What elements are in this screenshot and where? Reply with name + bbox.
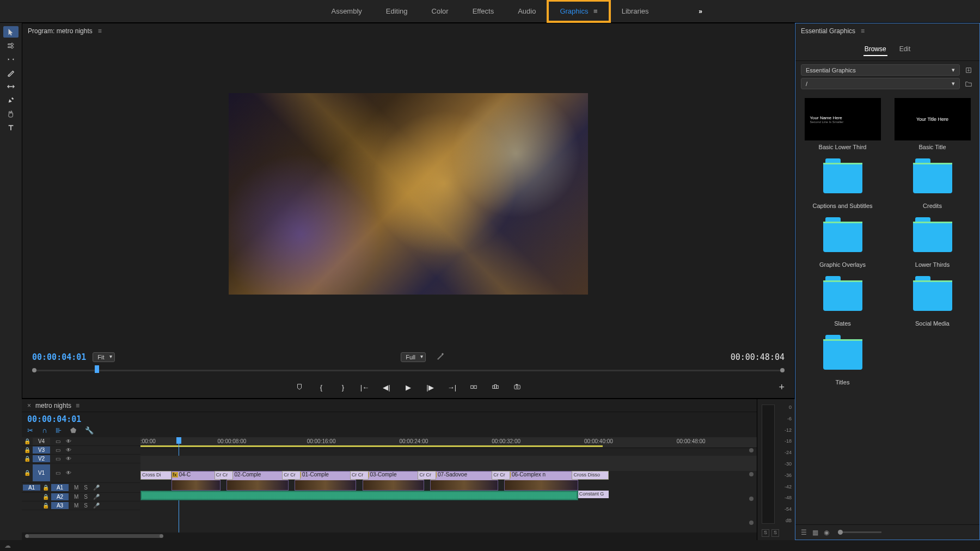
track-header-a3[interactable]: 🔒A3MS🎤 (22, 501, 140, 510)
eg-thumbnail-size-slider[interactable] (838, 531, 881, 533)
transition[interactable]: Cross Di (140, 471, 171, 480)
lock-icon[interactable]: 🔒 (40, 494, 51, 500)
slip-tool[interactable] (3, 81, 19, 92)
track-a1[interactable]: Constant G (140, 491, 757, 500)
eg-tab-edit[interactable]: Edit (898, 43, 912, 56)
timeline-tracks[interactable]: :00:00 00:00:08:00 00:00:16:00 00:00:24:… (140, 437, 757, 532)
extract-button[interactable] (491, 383, 500, 392)
toggle-output-icon[interactable]: ▭ (56, 447, 60, 453)
track-header-v2[interactable]: 🔒V2▭👁 (22, 455, 140, 463)
track-label-a1[interactable]: A1 (51, 484, 69, 491)
button-editor-icon[interactable]: + (779, 382, 785, 393)
eye-icon[interactable]: 👁 (66, 470, 71, 476)
track-resize-handle[interactable] (749, 497, 754, 501)
mark-in-icon[interactable] (295, 383, 304, 392)
track-v4[interactable] (140, 448, 757, 456)
eg-item[interactable]: Your Title HereBasic Title (891, 98, 974, 150)
step-back-button[interactable]: ◀| (382, 383, 391, 391)
ripple-edit-tool[interactable] (3, 53, 19, 65)
eg-item[interactable]: Social Media (891, 274, 974, 327)
transition[interactable]: Cr Cr (282, 471, 301, 480)
zoom-scroll-thumb[interactable] (26, 534, 162, 538)
toggle-output-icon[interactable]: ▭ (56, 438, 60, 444)
type-tool[interactable] (3, 121, 19, 133)
program-panel-menu-icon[interactable]: ≡ (98, 27, 102, 35)
voice-icon[interactable]: 🎤 (93, 485, 100, 491)
eg-sort-icon[interactable]: ◉ (824, 529, 829, 536)
scrubber-start-handle[interactable] (32, 368, 36, 372)
scrubber-playhead[interactable] (95, 365, 99, 373)
workspace-tab-assembly[interactable]: Assembly (319, 1, 373, 22)
eg-item[interactable]: Credits (891, 157, 974, 209)
cloud-sync-icon[interactable]: ☁ (4, 542, 11, 549)
eg-grid-view-icon[interactable]: ▦ (812, 529, 818, 536)
eg-tab-browse[interactable]: Browse (863, 43, 887, 56)
mute-button[interactable]: M (74, 485, 78, 491)
marker-icon[interactable]: ⬟ (70, 426, 76, 434)
audio-effect[interactable]: Constant G (578, 491, 609, 498)
lock-icon[interactable]: 🔒 (22, 470, 33, 476)
snap-icon[interactable]: ∩ (42, 426, 47, 434)
video-clip[interactable]: fx01-Comple (295, 471, 356, 491)
toggle-output-icon[interactable]: ▭ (56, 456, 60, 462)
voice-icon[interactable]: 🎤 (93, 494, 100, 500)
transition[interactable]: Cross Disso (572, 471, 609, 480)
program-viewer[interactable] (22, 39, 794, 349)
workspace-tab-editing[interactable]: Editing (374, 1, 420, 22)
video-clip[interactable]: fx04-C (171, 471, 221, 491)
track-header-a2[interactable]: 🔒A2MS🎤 (22, 493, 140, 501)
program-settings-icon[interactable] (437, 353, 444, 362)
track-label-a2[interactable]: A2 (51, 493, 69, 500)
mute-button[interactable]: M (74, 503, 78, 509)
workspace-tab-audio[interactable]: Audio (506, 1, 548, 22)
solo-button[interactable]: S (84, 503, 88, 509)
workspace-overflow-button[interactable]: » (693, 2, 708, 21)
meter-solo-right[interactable]: S (771, 529, 779, 537)
track-a2[interactable] (140, 500, 757, 508)
track-label-v4[interactable]: V4 (33, 438, 50, 445)
track-header-a1[interactable]: A1🔒A1MS🎤 (22, 483, 140, 493)
timeline-tab[interactable]: × metro nights ≡ (22, 399, 757, 412)
lock-icon[interactable]: 🔒 (40, 485, 51, 491)
lock-icon[interactable]: 🔒 (22, 447, 33, 453)
eg-path-select[interactable]: /▾ (801, 78, 960, 89)
step-forward-button[interactable]: |▶ (425, 383, 435, 391)
eg-import-icon[interactable] (963, 65, 974, 76)
program-zoom-select[interactable]: Fit (93, 352, 114, 362)
track-label-v1[interactable]: V1 (33, 464, 50, 481)
track-header-v3[interactable]: 🔒V3▭👁 (22, 446, 140, 455)
video-clip[interactable]: fx03-Comple (363, 471, 424, 491)
play-button[interactable]: ▶ (403, 383, 413, 391)
lock-icon[interactable]: 🔒 (22, 438, 33, 444)
go-to-in-button[interactable]: |← (360, 383, 370, 391)
timeline-settings-icon[interactable]: 🔧 (85, 426, 94, 434)
audio-clip[interactable] (140, 491, 578, 500)
workspace-tab-libraries[interactable]: Libraries (610, 1, 661, 22)
program-timecode-current[interactable]: 00:00:04:01 (32, 352, 86, 362)
eg-item[interactable]: Titles (801, 333, 884, 385)
track-select-tool[interactable] (3, 40, 19, 51)
workspace-tab-menu-icon[interactable]: ≡ (593, 7, 598, 15)
go-to-out-button[interactable]: →| (447, 383, 457, 391)
track-header-v4[interactable]: 🔒V4▭👁 (22, 437, 140, 446)
audio-patch-a1[interactable]: A1 (23, 485, 40, 491)
video-clip[interactable]: fx06-Complex n (504, 471, 578, 491)
program-resolution-select[interactable]: Full (401, 352, 426, 362)
eg-item[interactable]: Slates (801, 274, 884, 327)
pen-tool[interactable] (3, 94, 19, 106)
mark-out-button[interactable]: } (338, 383, 348, 391)
mark-in-button[interactable]: { (316, 383, 326, 391)
solo-button[interactable]: S (84, 494, 88, 500)
razor-tool[interactable] (3, 67, 19, 78)
eg-item[interactable]: Graphic Overlays (801, 216, 884, 268)
work-area-bar[interactable] (140, 445, 603, 447)
eye-icon[interactable]: 👁 (66, 438, 71, 444)
video-clip[interactable]: fx07-Sadovoe (430, 471, 498, 491)
workspace-tab-effects[interactable]: Effects (461, 1, 506, 22)
transition[interactable]: Cr Cr (492, 471, 510, 480)
insert-mode-icon[interactable]: ✂ (27, 426, 33, 434)
meter-solo-left[interactable]: S (762, 529, 769, 537)
eg-folder-icon[interactable] (963, 78, 974, 89)
lock-icon[interactable]: 🔒 (22, 456, 33, 462)
timeline-zoom-scrollbar[interactable] (22, 532, 757, 540)
